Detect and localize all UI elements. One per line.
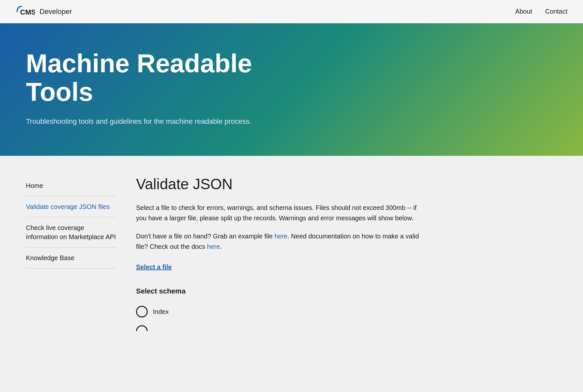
radio-second-partial bbox=[136, 321, 428, 335]
sidebar-link-knowledge-base[interactable]: Knowledge Base bbox=[26, 253, 117, 262]
main-nav: About Contact bbox=[515, 8, 567, 15]
nav-contact-link[interactable]: Contact bbox=[545, 8, 567, 15]
select-schema-title: Select schema bbox=[136, 287, 428, 295]
cms-logo-svg: CMS bbox=[16, 5, 35, 18]
radio-circle-partial bbox=[136, 325, 148, 331]
select-file-button[interactable]: Select a file bbox=[136, 263, 172, 271]
sidebar-item-knowledge-base[interactable]: Knowledge Base bbox=[26, 248, 117, 269]
select-schema-section: Select schema Index bbox=[136, 287, 428, 335]
main-content: Validate JSON Select a file to check for… bbox=[136, 175, 428, 392]
docs-link[interactable]: here bbox=[207, 243, 220, 250]
content-title: Validate JSON bbox=[136, 175, 428, 193]
hero-banner: Machine Readable Tools Troubleshooting t… bbox=[0, 23, 583, 156]
nav-about-link[interactable]: About bbox=[515, 8, 532, 15]
radio-label-index: Index bbox=[153, 308, 169, 316]
schema-radio-group: Index bbox=[136, 302, 428, 335]
logo-developer-text: Developer bbox=[40, 7, 72, 16]
sidebar-item-home[interactable]: Home bbox=[26, 175, 117, 196]
links-text-1: Don't have a file on hand? Grab an examp… bbox=[136, 233, 274, 240]
sidebar-item-validate-json[interactable]: Validate coverage JSON files bbox=[26, 196, 117, 217]
sidebar-link-home[interactable]: Home bbox=[26, 181, 117, 190]
logo-icon: CMS bbox=[16, 5, 35, 18]
sidebar: Home Validate coverage JSON files Check … bbox=[26, 175, 117, 392]
content-links: Don't have a file on hand? Grab an examp… bbox=[136, 231, 428, 252]
sidebar-link-validate-json[interactable]: Validate coverage JSON files bbox=[26, 202, 117, 211]
header: CMS Developer About Contact bbox=[0, 0, 583, 23]
sidebar-link-live-coverage[interactable]: Check live coverage information on Marke… bbox=[26, 223, 117, 241]
sidebar-item-live-coverage[interactable]: Check live coverage information on Marke… bbox=[26, 217, 117, 248]
hero-title: Machine Readable Tools bbox=[26, 49, 317, 106]
svg-text:CMS: CMS bbox=[20, 8, 35, 16]
radio-index[interactable]: Index bbox=[136, 302, 428, 321]
hero-subtitle: Troubleshooting tools and guidelines for… bbox=[26, 116, 253, 127]
logo-container: CMS Developer bbox=[16, 5, 72, 18]
example-file-link[interactable]: here bbox=[274, 233, 287, 240]
radio-circle-index[interactable] bbox=[136, 306, 148, 317]
main-container: Home Validate coverage JSON files Check … bbox=[0, 156, 583, 392]
content-description: Select a file to check for errors, warni… bbox=[136, 202, 428, 223]
links-text-3: . bbox=[220, 243, 222, 250]
